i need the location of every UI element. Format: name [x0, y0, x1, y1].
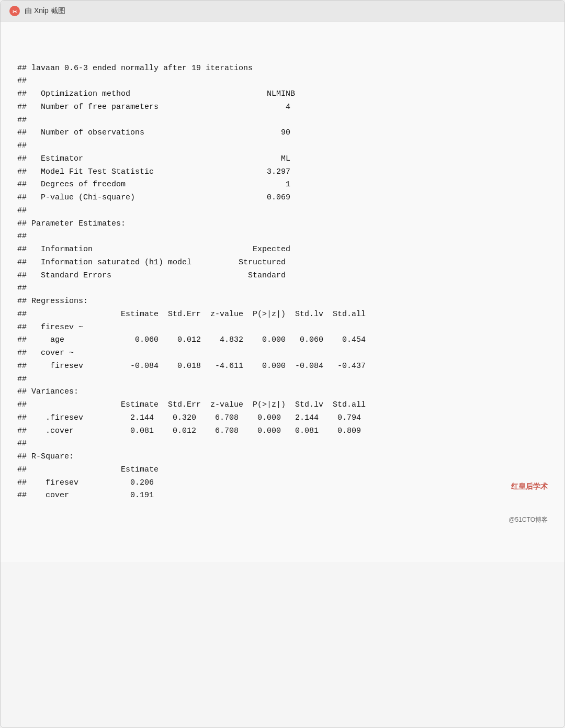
- output-line: ## Optimization method NLMINB: [17, 88, 548, 101]
- output-line: ## age 0.060 0.012 4.832 0.000 0.060 0.4…: [17, 334, 548, 347]
- output-line: ## P-value (Chi-square) 0.069: [17, 192, 548, 205]
- output-line: ## Information Expected: [17, 243, 548, 256]
- watermark-source: @51CTO博客: [508, 515, 548, 525]
- output-line: ## firesev -0.084 0.018 -4.611 0.000 -0.…: [17, 360, 548, 373]
- xnip-icon: ✂: [9, 5, 20, 17]
- output-line: ##: [17, 282, 548, 295]
- output-line: ## Variances:: [17, 386, 548, 399]
- output-line: ## lavaan 0.6-3 ended normally after 19 …: [17, 62, 548, 75]
- output-line: ## Parameter Estimates:: [17, 218, 548, 231]
- output-line: ## .firesev 2.144 0.320 6.708 0.000 2.14…: [17, 412, 548, 425]
- output-line: ## Standard Errors Standard: [17, 270, 548, 283]
- output-line: ## firesev ~: [17, 321, 548, 334]
- output-line: ## Estimate Std.Err z-value P(>|z|) Std.…: [17, 308, 548, 321]
- output-line: ## cover ~: [17, 347, 548, 360]
- output-line: ## cover 0.191: [17, 489, 548, 502]
- output-line: ## .cover 0.081 0.012 6.708 0.000 0.081 …: [17, 425, 548, 438]
- svg-text:✂: ✂: [13, 8, 17, 14]
- output-line: ## firesev 0.206: [17, 477, 548, 490]
- output-line: ## Estimator ML: [17, 153, 548, 166]
- output-line: ## Degrees of freedom 1: [17, 178, 548, 192]
- output-line: ## Estimate: [17, 464, 548, 477]
- output-line: ## Number of observations 90: [17, 127, 548, 140]
- output-line: ## Model Fit Test Statistic 3.297: [17, 166, 548, 179]
- output-line: ##: [17, 438, 548, 451]
- output-line: ##: [17, 205, 548, 218]
- output-content: ## lavaan 0.6-3 ended normally after 19 …: [1, 21, 564, 562]
- output-line: ## Regressions:: [17, 295, 548, 308]
- output-lines: ## lavaan 0.6-3 ended normally after 19 …: [17, 62, 548, 503]
- output-line: ##: [17, 140, 548, 153]
- title-bar: ✂ 由 Xnip 截图: [1, 1, 564, 21]
- output-line: ## R-Square:: [17, 451, 548, 464]
- output-line: ##: [17, 373, 548, 386]
- title-bar-label: 由 Xnip 截图: [25, 6, 65, 16]
- output-line: ##: [17, 114, 548, 127]
- output-line: ## Estimate Std.Err z-value P(>|z|) Std.…: [17, 399, 548, 412]
- watermark: 红皇后学术 @51CTO博客: [508, 458, 548, 548]
- output-line: ## Number of free parameters 4: [17, 101, 548, 114]
- output-line: ##: [17, 230, 548, 243]
- watermark-brand: 红皇后学术: [508, 480, 548, 492]
- output-line: ##: [17, 75, 548, 88]
- output-line: ## Information saturated (h1) model Stru…: [17, 256, 548, 270]
- main-window: ✂ 由 Xnip 截图 ## lavaan 0.6-3 ended normal…: [0, 0, 565, 728]
